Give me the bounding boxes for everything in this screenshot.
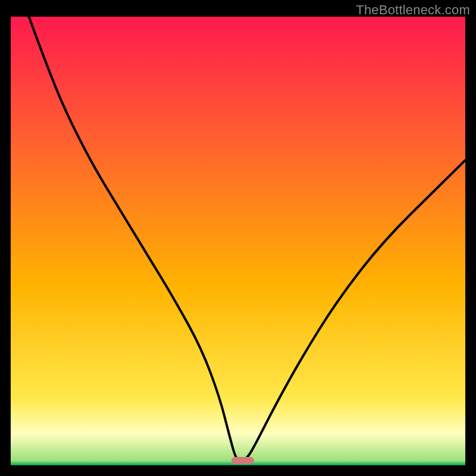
plot-area [11, 17, 465, 465]
chart-frame: TheBottleneck.com [0, 0, 476, 476]
bottleneck-curve [11, 17, 465, 465]
watermark-text: TheBottleneck.com [356, 2, 470, 18]
optimal-marker [231, 457, 254, 464]
